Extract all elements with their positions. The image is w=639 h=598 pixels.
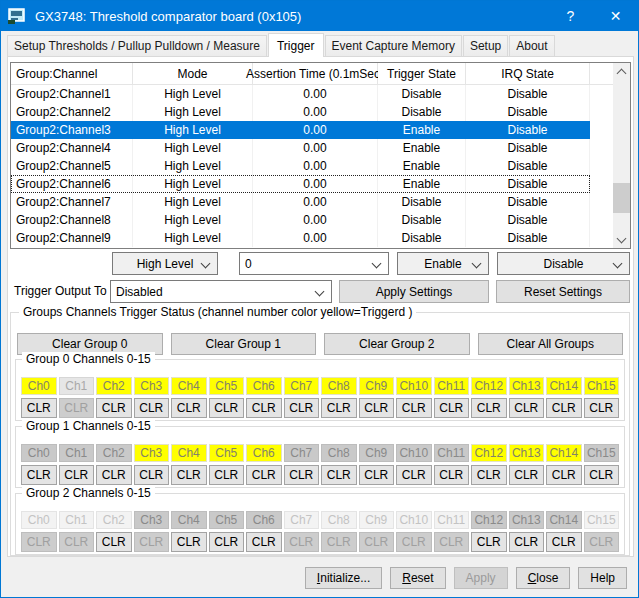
help-button[interactable]: Help bbox=[578, 567, 627, 589]
tab-setup-thresholds-pullup-pulldown-measure[interactable]: Setup Thresholds / Pullup Pulldown / Mea… bbox=[7, 35, 267, 56]
apply-settings-button[interactable]: Apply Settings bbox=[339, 280, 489, 303]
scrollbar-thumb[interactable] bbox=[613, 183, 630, 213]
clr-button-ch6[interactable]: CLR bbox=[246, 465, 282, 485]
clr-button-ch14[interactable]: CLR bbox=[546, 465, 582, 485]
table-cell: High Level bbox=[133, 139, 253, 157]
column-header-assertion-time-0-1msec[interactable]: Assertion Time (0.1mSec) bbox=[253, 63, 378, 85]
channel-status-ch5: Ch5 bbox=[209, 377, 245, 395]
scrollbar-down-icon[interactable] bbox=[613, 231, 630, 248]
scrollbar-up-icon[interactable] bbox=[613, 63, 630, 80]
channel-status-ch5: Ch5 bbox=[209, 511, 245, 529]
clr-button-ch5[interactable]: CLR bbox=[209, 532, 245, 552]
titlebar-help-button[interactable]: ? bbox=[548, 1, 593, 31]
column-header-irq-state[interactable]: IRQ State bbox=[466, 63, 590, 85]
app-icon bbox=[8, 7, 28, 25]
table-row[interactable]: Group2:Channel6High Level0.00EnableDisab… bbox=[11, 175, 590, 193]
channel-status-ch15: Ch15 bbox=[584, 444, 620, 462]
chevron-down-icon bbox=[472, 259, 482, 269]
table-row[interactable]: Group2:Channel3High Level0.00EnableDisab… bbox=[11, 121, 590, 139]
assertion-time-combo[interactable]: 0 bbox=[239, 252, 389, 275]
table-row[interactable]: Group2:Channel9High Level0.00DisableDisa… bbox=[11, 229, 590, 247]
trigger-state-combo[interactable]: Enable bbox=[397, 252, 489, 275]
status-groupbox: Groups Channels Trigger Status (channel … bbox=[10, 312, 630, 556]
clr-button-ch0[interactable]: CLR bbox=[21, 398, 57, 418]
column-header-group-channel[interactable]: Group:Channel bbox=[11, 63, 133, 85]
clr-button-ch11[interactable]: CLR bbox=[434, 398, 470, 418]
clr-button-ch5[interactable]: CLR bbox=[209, 398, 245, 418]
clear-all-groups-button[interactable]: Clear All Groups bbox=[478, 333, 624, 355]
close-button[interactable]: Close bbox=[516, 567, 571, 589]
mode-combo[interactable]: High Level bbox=[112, 252, 218, 275]
clr-button-ch7[interactable]: CLR bbox=[284, 398, 320, 418]
irq-state-value: Disable bbox=[543, 257, 583, 271]
table-row[interactable]: Group2:Channel8High Level0.00DisableDisa… bbox=[11, 211, 590, 229]
clr-button-ch13[interactable]: CLR bbox=[509, 465, 545, 485]
trigger-output-value: Disabled bbox=[116, 285, 163, 299]
clr-button-ch3[interactable]: CLR bbox=[134, 465, 170, 485]
clr-button-ch13[interactable]: CLR bbox=[509, 398, 545, 418]
clr-button-ch1[interactable]: CLR bbox=[59, 465, 95, 485]
table-cell: 0.00 bbox=[253, 103, 378, 121]
tab-setup[interactable]: Setup bbox=[463, 35, 508, 56]
column-header-trigger-state[interactable]: Trigger State bbox=[378, 63, 466, 85]
clr-button-ch4[interactable]: CLR bbox=[171, 532, 207, 552]
clr-button-ch11[interactable]: CLR bbox=[434, 465, 470, 485]
clr-button-ch9[interactable]: CLR bbox=[359, 398, 395, 418]
column-header-mode[interactable]: Mode bbox=[133, 63, 253, 85]
clr-button-ch8[interactable]: CLR bbox=[321, 465, 357, 485]
clr-button-ch6[interactable]: CLR bbox=[246, 398, 282, 418]
clr-button-ch12[interactable]: CLR bbox=[471, 532, 507, 552]
clr-button-ch3: CLR bbox=[134, 532, 170, 552]
clr-button-ch9[interactable]: CLR bbox=[359, 465, 395, 485]
channel-status-ch13: Ch13 bbox=[509, 444, 545, 462]
clr-button-ch2[interactable]: CLR bbox=[96, 398, 132, 418]
initialize-button[interactable]: Initialize... bbox=[305, 567, 382, 589]
clr-button-ch10[interactable]: CLR bbox=[396, 398, 432, 418]
titlebar-close-button[interactable]: ✕ bbox=[593, 1, 638, 31]
clr-button-ch14[interactable]: CLR bbox=[546, 532, 582, 552]
clr-button-ch13[interactable]: CLR bbox=[509, 532, 545, 552]
clear-group-2-button[interactable]: Clear Group 2 bbox=[324, 333, 470, 355]
clear-group-1-button[interactable]: Clear Group 1 bbox=[171, 333, 317, 355]
clr-button-ch6[interactable]: CLR bbox=[246, 532, 282, 552]
clr-button-ch5[interactable]: CLR bbox=[209, 465, 245, 485]
tab-about[interactable]: About bbox=[509, 35, 554, 56]
trigger-table: Group:ChannelModeAssertion Time (0.1mSec… bbox=[10, 62, 631, 249]
table-row[interactable]: Group2:Channel2High Level0.00DisableDisa… bbox=[11, 103, 590, 121]
table-cell: Disable bbox=[466, 193, 590, 211]
table-cell: High Level bbox=[133, 229, 253, 247]
table-row[interactable]: Group2:Channel1High Level0.00DisableDisa… bbox=[11, 85, 590, 103]
clr-button-ch8: CLR bbox=[321, 532, 357, 552]
table-row[interactable]: Group2:Channel5High Level0.00EnableDisab… bbox=[11, 157, 590, 175]
clr-button-ch14[interactable]: CLR bbox=[546, 398, 582, 418]
vertical-scrollbar[interactable] bbox=[613, 63, 630, 248]
clr-button-ch12[interactable]: CLR bbox=[471, 465, 507, 485]
trigger-output-combo[interactable]: Disabled bbox=[110, 280, 332, 303]
clr-button-ch8[interactable]: CLR bbox=[321, 398, 357, 418]
tab-trigger[interactable]: Trigger bbox=[268, 33, 324, 57]
clr-button-ch4[interactable]: CLR bbox=[171, 465, 207, 485]
clr-button-ch2[interactable]: CLR bbox=[96, 532, 132, 552]
clr-button-ch15[interactable]: CLR bbox=[584, 398, 620, 418]
clr-button-ch4[interactable]: CLR bbox=[171, 398, 207, 418]
clr-button-ch12[interactable]: CLR bbox=[471, 398, 507, 418]
channel-status-ch3: Ch3 bbox=[134, 511, 170, 529]
clr-button-ch3[interactable]: CLR bbox=[134, 398, 170, 418]
channel-status-ch11: Ch11 bbox=[434, 444, 470, 462]
tab-event-capture-memory[interactable]: Event Capture Memory bbox=[325, 35, 462, 56]
table-cell: Group2:Channel4 bbox=[11, 139, 133, 157]
table-cell: Group2:Channel8 bbox=[11, 211, 133, 229]
reset-button[interactable]: Reset bbox=[390, 567, 445, 589]
clr-button-ch2[interactable]: CLR bbox=[96, 465, 132, 485]
table-row[interactable]: Group2:Channel7High Level0.00DisableDisa… bbox=[11, 193, 590, 211]
channel-status-ch6: Ch6 bbox=[246, 511, 282, 529]
channel-status-ch8: Ch8 bbox=[321, 377, 357, 395]
clr-button-ch10[interactable]: CLR bbox=[396, 465, 432, 485]
clr-button-ch0[interactable]: CLR bbox=[21, 465, 57, 485]
irq-state-combo[interactable]: Disable bbox=[497, 252, 630, 275]
clr-button-ch7[interactable]: CLR bbox=[284, 465, 320, 485]
clr-button-ch15[interactable]: CLR bbox=[584, 465, 620, 485]
reset-settings-button[interactable]: Reset Settings bbox=[496, 280, 630, 303]
channel-status-ch1: Ch1 bbox=[59, 444, 95, 462]
table-row[interactable]: Group2:Channel4High Level0.00EnableDisab… bbox=[11, 139, 590, 157]
